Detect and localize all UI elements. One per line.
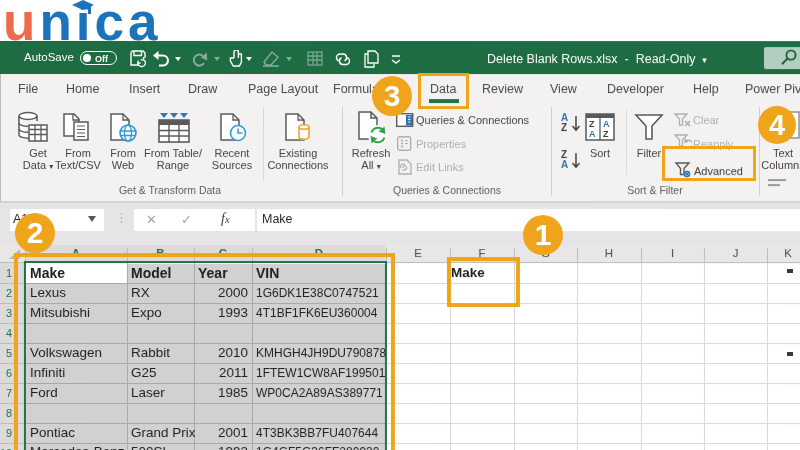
svg-text:A: A <box>603 119 610 129</box>
svg-text:Z: Z <box>603 129 609 139</box>
svg-text:Z: Z <box>589 119 595 129</box>
svg-text:A: A <box>589 129 596 139</box>
